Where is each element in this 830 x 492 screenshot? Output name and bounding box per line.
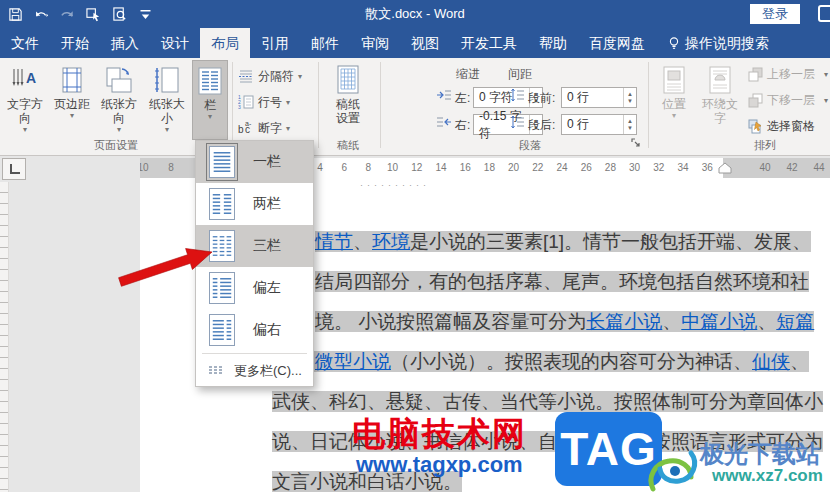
hyperlink[interactable]: 长篇小说 [586, 311, 662, 332]
bring-forward-button[interactable]: 上移一层▾ [748, 63, 828, 85]
margins-button[interactable]: 页边距 ▾ [50, 60, 94, 140]
paper-size-icon [153, 63, 181, 97]
text-run: 是小说的三要素[1]。情节一般包括开端、发展、 [410, 231, 811, 252]
ribbon-tab-bar: 文件开始插入设计布局引用邮件审阅视图开发工具帮助百度网盘操作说明搜索 [0, 28, 830, 58]
tab-文件[interactable]: 文件 [0, 28, 50, 58]
hyperlink[interactable]: 情节 [315, 231, 353, 252]
tab-审阅[interactable]: 审阅 [350, 28, 400, 58]
ribbon: A 文字方向 ▾ 页边距 ▾ 纸张方向 ▾ 纸张大小 ▾ [0, 58, 830, 156]
right-narrow-columns-icon [209, 314, 235, 346]
menu-item-three-columns[interactable]: 三栏 [196, 225, 313, 267]
svg-text:3: 3 [238, 104, 241, 110]
tab-开始[interactable]: 开始 [50, 28, 100, 58]
hyperlink[interactable]: 中篇小说 [681, 311, 757, 332]
menu-item-two-columns[interactable]: 两栏 [196, 183, 313, 225]
document-line[interactable]: 和微型小说（小小说）。按照表现的内容可分为神话、仙侠、 [296, 342, 809, 382]
grid-paper-icon [334, 63, 362, 97]
tab-设计[interactable]: 设计 [150, 28, 200, 58]
ruler-number: 4 [317, 162, 323, 173]
lightbulb-icon [667, 36, 681, 50]
svg-text:A: A [26, 70, 36, 86]
columns-button[interactable]: 栏 ▾ [192, 60, 228, 140]
grid-paper-settings-button[interactable]: 稿纸设置 [324, 60, 372, 140]
breaks-button[interactable]: 分隔符▾ [238, 65, 302, 87]
tab-布局[interactable]: 布局 [200, 28, 250, 58]
text-run: 、 [662, 311, 681, 332]
right-indent-marker[interactable] [718, 162, 732, 174]
tab-引用[interactable]: 引用 [250, 28, 300, 58]
tab-操作说明搜索[interactable]: 操作说明搜索 [656, 28, 780, 58]
hyperlink[interactable]: 环境 [372, 231, 410, 252]
one-column-icon [209, 146, 235, 178]
menu-item-left-column[interactable]: 偏左 [196, 267, 313, 309]
hyperlink[interactable]: 仙侠 [752, 351, 790, 372]
paper-size-button[interactable]: 纸张大小 ▾ [144, 60, 190, 140]
tab-视图[interactable]: 视图 [400, 28, 450, 58]
hyperlink[interactable]: 微型小说 [315, 351, 391, 372]
text-direction-icon: A [10, 63, 40, 97]
menu-separator [202, 353, 307, 354]
chevron-down-icon: ▾ [824, 70, 828, 79]
position-button[interactable]: 位置 ▾ [654, 60, 694, 140]
orientation-button[interactable]: 纸张方向 ▾ [96, 60, 142, 140]
hyperlink[interactable]: 短篇 [776, 311, 814, 332]
columns-icon [197, 64, 223, 98]
line-numbers-icon: 123 [238, 94, 254, 110]
chevron-down-icon: ▾ [117, 125, 121, 135]
indent-right-label: 右: [455, 117, 470, 134]
line-numbers-button[interactable]: 123 行号▾ [238, 91, 290, 113]
tab-stop-selector[interactable] [2, 158, 26, 180]
ruler-number: 20 [508, 162, 519, 173]
tab-插入[interactable]: 插入 [100, 28, 150, 58]
spacing-before-icon [510, 88, 525, 102]
left-narrow-columns-icon [209, 272, 235, 304]
ruler-number: 34 [677, 162, 688, 173]
document-line[interactable]: 说、日记体小说、书信体小说、自传体小说。按照语言形式可分为 [272, 422, 823, 462]
menu-item-more-columns[interactable]: 更多栏(C)... [196, 356, 313, 386]
document-line[interactable]: 情节、环境是小说的三要素[1]。情节一般包括开端、发展、 [315, 222, 811, 262]
ruler-number: 42 [786, 162, 797, 173]
text-run: （小小说）。按照表现的内容可分为神话、 [391, 351, 752, 372]
vertical-ruler[interactable] [0, 182, 9, 492]
document-line[interactable]: 境。 小说按照篇幅及容量可分为长篇小说、中篇小说、短篇 [315, 302, 814, 342]
svg-text:b: b [238, 124, 244, 135]
text-run: 、 [790, 351, 809, 372]
word-window: { "titlebar": { "title": "散文.docx - Word… [0, 0, 830, 492]
document-line[interactable]: 结局四部分，有的包括序幕、尾声。环境包括自然环境和社 [315, 262, 809, 302]
spacing-before-field[interactable]: 0 行▲▼ [561, 87, 637, 108]
selection-pane-button[interactable]: 选择窗格 [748, 115, 828, 137]
tab-百度网盘[interactable]: 百度网盘 [578, 28, 656, 58]
ruler-number: 14 [435, 162, 446, 173]
menu-item-right-column[interactable]: 偏右 [196, 309, 313, 351]
ruler-number: 18 [484, 162, 495, 173]
tab-邮件[interactable]: 邮件 [300, 28, 350, 58]
sign-in-button[interactable]: 登录 [750, 4, 800, 24]
tab-开发工具[interactable]: 开发工具 [450, 28, 528, 58]
spinner[interactable]: ▲▼ [623, 88, 636, 107]
title-bar: 散文.docx - Word 登录 [0, 0, 830, 28]
ribbon-display-options-icon[interactable] [818, 5, 830, 22]
ruler-number: 22 [532, 162, 543, 173]
text-direction-button[interactable]: A 文字方向 ▾ [2, 60, 48, 140]
ruler-number: 32 [653, 162, 664, 173]
spinner[interactable]: ▲▼ [623, 115, 636, 134]
text-run: 、 [757, 311, 776, 332]
paragraph-dialog-launcher-icon[interactable] [631, 138, 642, 149]
ruler-number: 10 [140, 162, 149, 173]
ruler-number: 30 [629, 162, 640, 173]
send-backward-button[interactable]: 下移一层▾ [748, 89, 828, 111]
ruler-number: 40 [759, 162, 770, 173]
wrap-text-button[interactable]: 环绕文字 [698, 60, 742, 140]
spacing-before-label: 段前: [528, 90, 555, 107]
ruler-number: 36 [702, 162, 713, 173]
text-run: 、 [353, 231, 372, 252]
chevron-down-icon: ▾ [165, 125, 169, 135]
three-columns-icon [209, 230, 235, 262]
indent-right-icon [436, 115, 452, 129]
hyphenation-button[interactable]: bca- 断字▾ [238, 117, 290, 139]
tab-帮助[interactable]: 帮助 [528, 28, 578, 58]
document-line[interactable]: 武侠、科幻、悬疑、古传、当代等小说。按照体制可分为章回体小 [272, 382, 823, 422]
menu-item-one-column[interactable]: 一栏 [196, 141, 313, 183]
document-line[interactable]: 文言小说和白话小说。 [272, 462, 462, 492]
spacing-after-field[interactable]: 0 行▲▼ [561, 114, 637, 135]
